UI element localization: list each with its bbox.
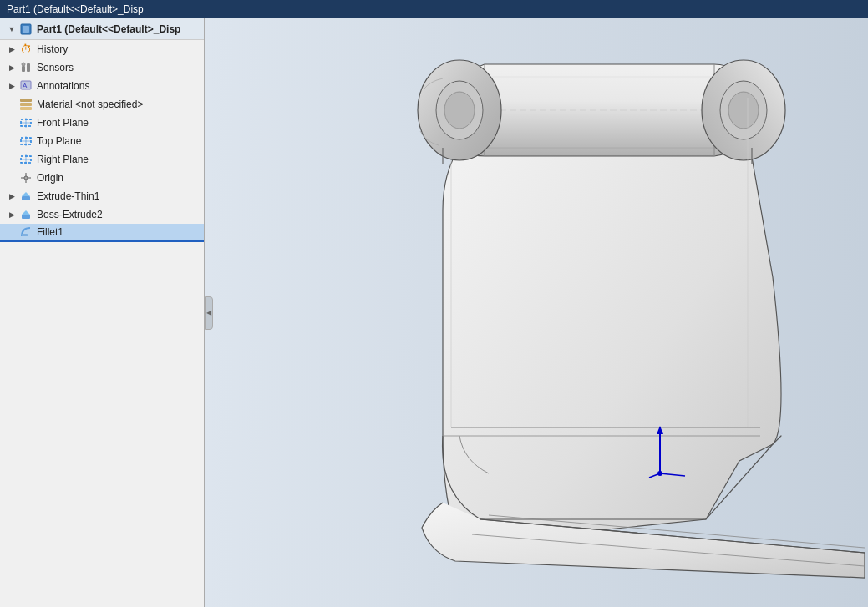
svg-marker-25	[22, 210, 30, 215]
boss-extrude2-icon	[18, 207, 33, 222]
sidebar-item-extrude-thin1[interactable]: ▶ Extrude-Thin1	[0, 187, 204, 205]
svg-rect-24	[22, 215, 30, 219]
title-text: Part1 (Default<<Default>_Disp	[7, 3, 144, 15]
sidebar-item-front-plane[interactable]: ▶ Front Plane	[0, 114, 204, 132]
material-label: Material <not specified>	[37, 99, 143, 110]
expand-arrow-history: ▶	[7, 44, 17, 54]
viewport[interactable]	[205, 18, 868, 607]
sidebar-item-annotations[interactable]: ▶ A Annotations	[0, 77, 204, 95]
sidebar-item-history[interactable]: ▶ ⏱ History	[0, 40, 204, 58]
sidebar-item-part[interactable]: ▼ Part1 (Default<<Default>_Disp	[0, 18, 204, 40]
part-icon	[18, 22, 33, 37]
svg-rect-1	[23, 26, 29, 33]
origin-label: Origin	[37, 172, 63, 184]
svg-rect-9	[20, 107, 32, 110]
sidebar-item-material[interactable]: ▶ Material <not specified>	[0, 95, 204, 114]
boss-extrude2-label: Boss-Extrude2	[37, 209, 103, 220]
svg-point-4	[22, 63, 25, 66]
svg-rect-8	[20, 103, 32, 106]
history-label: History	[37, 43, 68, 55]
right-plane-label: Right Plane	[37, 154, 89, 165]
title-bar: Part1 (Default<<Default>_Disp	[0, 0, 868, 18]
expand-arrow-part: ▼	[7, 24, 17, 34]
svg-rect-3	[27, 63, 30, 72]
history-icon: ⏱	[18, 42, 33, 57]
top-plane-icon	[18, 134, 33, 149]
sensors-label: Sensors	[37, 62, 74, 73]
3d-viewport-svg	[205, 18, 868, 607]
sidebar-item-boss-extrude2[interactable]: ▶ Boss-Extrude2	[0, 205, 204, 224]
fillet1-label: Fillet1	[37, 226, 63, 238]
origin-icon	[18, 170, 33, 185]
svg-text:A: A	[23, 82, 28, 89]
expand-arrow-boss-extrude2: ▶	[7, 210, 17, 220]
sidebar-item-right-plane[interactable]: ▶ Right Plane	[0, 150, 204, 169]
material-icon	[18, 97, 33, 112]
expand-arrow-extrude-thin1: ▶	[7, 191, 17, 201]
sidebar-item-origin[interactable]: ▶ Origin	[0, 169, 204, 187]
svg-rect-7	[20, 99, 32, 102]
front-plane-label: Front Plane	[37, 117, 89, 129]
svg-point-30	[444, 92, 475, 129]
svg-rect-2	[22, 66, 25, 72]
right-plane-icon	[18, 152, 33, 167]
sidebar-item-fillet1[interactable]: ▶ Fillet1	[0, 224, 204, 242]
sidebar-item-top-plane[interactable]: ▶ Top Plane	[0, 132, 204, 150]
feature-tree: ▼ Part1 (Default<<Default>_Disp ▶ ⏱ Hist…	[0, 18, 205, 607]
svg-marker-23	[22, 192, 30, 196]
sensors-icon	[18, 60, 33, 75]
front-plane-icon	[18, 115, 33, 130]
svg-rect-22	[22, 196, 30, 200]
fillet1-icon	[18, 225, 33, 240]
expand-arrow-annotations: ▶	[7, 81, 17, 91]
svg-point-33	[728, 92, 759, 129]
part-label: Part1 (Default<<Default>_Disp	[37, 23, 180, 35]
top-plane-label: Top Plane	[37, 135, 81, 147]
sidebar-item-sensors[interactable]: ▶ Sensors	[0, 58, 204, 77]
svg-point-21	[24, 176, 28, 180]
svg-rect-26	[22, 234, 28, 236]
collapse-handle[interactable]	[205, 296, 213, 330]
extrude-thin1-icon	[18, 189, 33, 204]
annotations-icon: A	[18, 78, 33, 94]
annotations-label: Annotations	[37, 80, 89, 92]
main-area: ▼ Part1 (Default<<Default>_Disp ▶ ⏱ Hist…	[0, 18, 868, 607]
extrude-thin1-label: Extrude-Thin1	[37, 190, 99, 202]
expand-arrow-sensors: ▶	[7, 63, 17, 73]
